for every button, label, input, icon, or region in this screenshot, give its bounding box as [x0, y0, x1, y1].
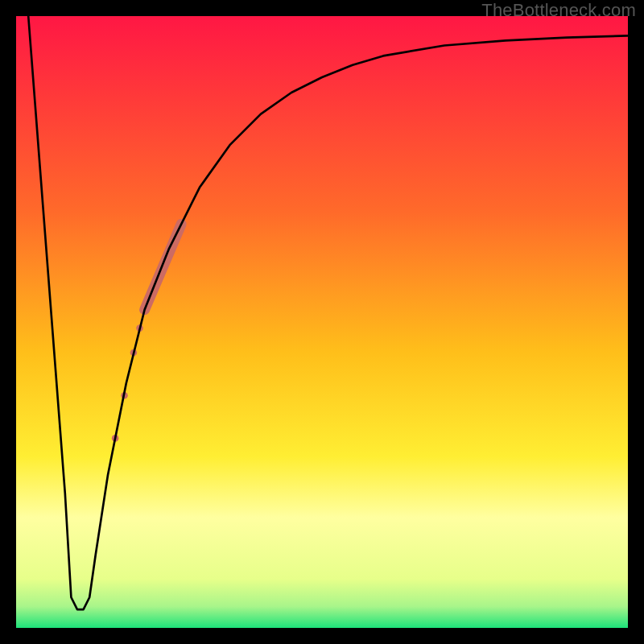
plot-area: [16, 16, 628, 628]
bottleneck-curve: [28, 16, 628, 609]
watermark-text: TheBottleneck.com: [481, 0, 636, 21]
curve-layer: [16, 16, 628, 628]
highlight-segment: [112, 224, 181, 441]
chart-frame: TheBottleneck.com: [0, 0, 644, 644]
